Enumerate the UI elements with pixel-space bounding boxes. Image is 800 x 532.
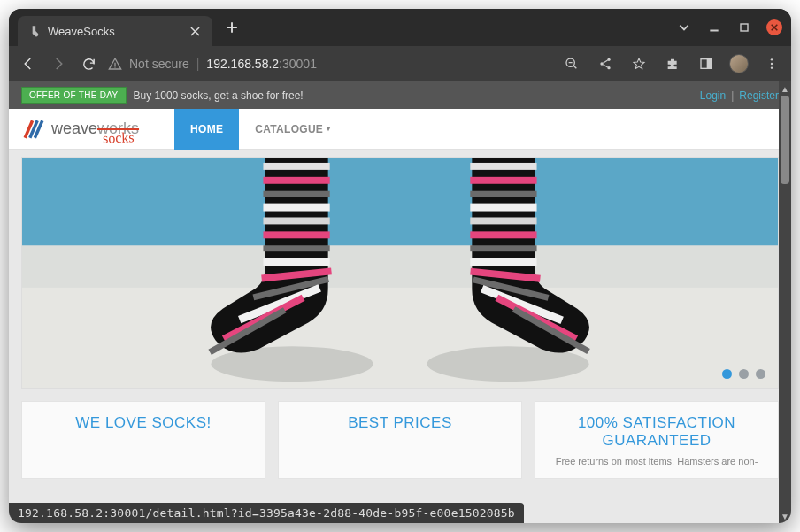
maximize-icon[interactable]: [736, 19, 752, 35]
svg-rect-12: [22, 245, 778, 289]
sock-favicon: [28, 25, 41, 37]
logo-text: weaveworks socks: [51, 121, 139, 135]
back-button[interactable]: [18, 53, 39, 74]
svg-rect-31: [470, 191, 536, 197]
carousel-dots: [722, 369, 765, 379]
tab-title: WeaveSocks: [48, 25, 188, 38]
carousel-dot-3[interactable]: [756, 369, 765, 379]
offer-bar: OFFER OF THE DAY Buy 1000 socks, get a s…: [9, 81, 791, 109]
card-love-socks[interactable]: WE LOVE SOCKS!: [21, 401, 265, 479]
nav-catalogue-label: CATALOGUE: [255, 123, 323, 135]
scrollbar-thumb[interactable]: [781, 96, 789, 184]
offer-badge: OFFER OF THE DAY: [21, 87, 127, 104]
profile-avatar[interactable]: [729, 54, 749, 73]
svg-rect-36: [470, 258, 536, 266]
svg-rect-29: [470, 163, 536, 170]
reload-button[interactable]: [78, 53, 99, 74]
svg-rect-16: [263, 163, 329, 170]
logo-mark-icon: [21, 117, 46, 142]
extensions-icon[interactable]: [662, 53, 683, 74]
vertical-scrollbar[interactable]: ▲ ▼: [779, 81, 791, 523]
feature-cards: WE LOVE SOCKS! BEST PRICES 100% SATISFAC…: [9, 389, 791, 491]
window-controls: [676, 19, 782, 35]
card-title: 100% SATISFACTION GUARANTEED: [544, 414, 769, 450]
star-icon[interactable]: [628, 53, 650, 74]
page-content: OFFER OF THE DAY Buy 1000 socks, get a s…: [9, 81, 791, 523]
svg-rect-22: [263, 245, 329, 251]
chevron-down-icon[interactable]: [676, 19, 692, 35]
svg-rect-20: [263, 217, 329, 224]
svg-rect-33: [470, 217, 536, 224]
site-nav: weaveworks socks HOME CATALOGUE ▾: [9, 109, 791, 150]
svg-rect-17: [263, 177, 329, 184]
site-logo[interactable]: weaveworks socks: [21, 117, 139, 142]
sidepanel-icon[interactable]: [696, 53, 717, 74]
svg-point-9: [771, 63, 773, 65]
insecure-label: Not secure: [129, 57, 189, 71]
card-best-prices[interactable]: BEST PRICES: [278, 401, 522, 479]
scroll-down-icon[interactable]: ▼: [779, 509, 791, 523]
browser-toolbar: Not secure | 192.168.58.2:30001: [9, 46, 791, 81]
svg-rect-32: [470, 204, 536, 212]
offer-text: Buy 1000 socks, get a shoe for free!: [134, 89, 304, 102]
card-satisfaction[interactable]: 100% SATISFACTION GUARANTEED Free return…: [535, 401, 779, 479]
address-bar[interactable]: Not secure | 192.168.58.2:30001: [108, 57, 552, 71]
insecure-icon: [108, 57, 122, 71]
caret-down-icon: ▾: [327, 125, 330, 133]
forward-button[interactable]: [48, 53, 69, 74]
register-link[interactable]: Register: [739, 89, 779, 102]
svg-rect-13: [22, 288, 778, 388]
svg-rect-34: [470, 231, 536, 238]
share-icon[interactable]: [595, 53, 616, 74]
carousel-dot-2[interactable]: [739, 369, 749, 379]
nav-home[interactable]: HOME: [174, 109, 239, 150]
kebab-menu-icon[interactable]: [761, 53, 782, 74]
scroll-up-icon[interactable]: ▲: [779, 81, 791, 96]
minimize-icon[interactable]: [706, 19, 722, 35]
svg-point-8: [771, 58, 773, 60]
svg-rect-23: [263, 258, 329, 266]
address-port: :30001: [279, 57, 317, 71]
svg-point-1: [114, 66, 115, 67]
svg-rect-7: [707, 59, 712, 69]
svg-point-10: [771, 66, 773, 68]
browser-window: WeaveSocks Not secure | 192.168.58.2:300…: [9, 9, 791, 523]
address-host: 192.168.58.2: [206, 57, 279, 71]
svg-rect-35: [470, 245, 536, 251]
new-tab-button[interactable]: [219, 15, 244, 40]
login-link[interactable]: Login: [700, 89, 726, 102]
titlebar: WeaveSocks: [9, 9, 791, 46]
auth-divider: |: [731, 89, 734, 102]
svg-rect-18: [263, 191, 329, 197]
status-bar: 192.168.58.2:30001/detail.html?id=3395a4…: [9, 503, 524, 523]
svg-rect-21: [263, 231, 329, 238]
browser-tab[interactable]: WeaveSocks: [18, 16, 212, 46]
card-title: WE LOVE SOCKS!: [31, 414, 256, 432]
svg-rect-0: [741, 24, 748, 31]
zoom-icon[interactable]: [561, 53, 582, 74]
address-separator: |: [196, 57, 200, 71]
scrollbar-track[interactable]: [779, 96, 791, 509]
toolbar-right: [561, 53, 782, 74]
nav-catalogue[interactable]: CATALOGUE ▾: [239, 109, 346, 150]
carousel-dot-1[interactable]: [722, 369, 732, 379]
svg-rect-30: [470, 177, 536, 184]
window-close-icon[interactable]: [766, 19, 782, 35]
close-tab-icon[interactable]: [188, 24, 202, 38]
card-body: Free returns on most items. Hamsters are…: [544, 455, 769, 467]
hero-carousel[interactable]: [21, 157, 779, 389]
card-title: BEST PRICES: [288, 414, 512, 432]
svg-rect-19: [263, 204, 329, 212]
